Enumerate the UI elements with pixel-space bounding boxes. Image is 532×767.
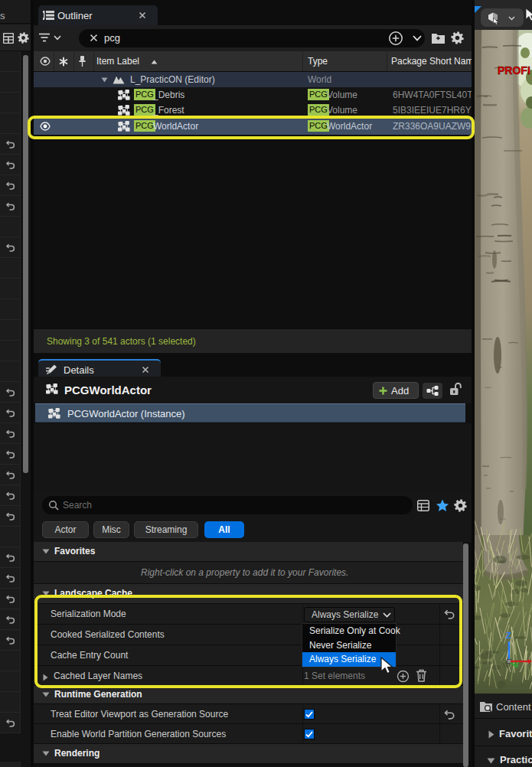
svg-text:Z: Z [506,631,511,640]
svg-text:PROFI: PROFI [498,64,530,77]
